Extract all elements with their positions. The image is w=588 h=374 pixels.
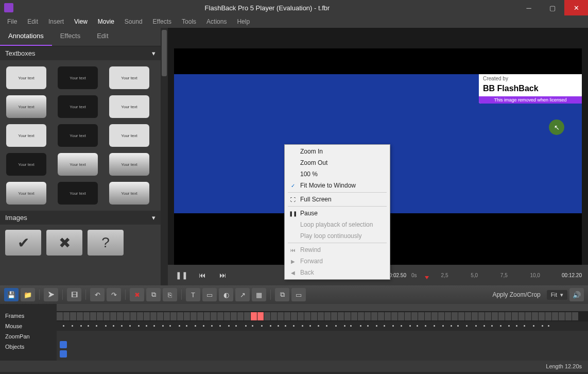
highlight-button[interactable]: ◐	[219, 288, 233, 301]
sidebar-scrollbar[interactable]	[161, 28, 168, 285]
context-menu-item[interactable]: 100 %	[286, 168, 389, 180]
text-button[interactable]: T	[186, 288, 200, 301]
menu-item-label: Back	[300, 269, 314, 276]
textbox-style[interactable]: Your text	[109, 95, 149, 118]
context-menu-item[interactable]: ⛶Full Screen	[286, 194, 389, 205]
sidebar-tabs: Annotations Effects Edit	[0, 28, 161, 46]
textbox-style[interactable]: Your text	[58, 95, 98, 118]
pause-button[interactable]: ❚❚	[174, 267, 189, 283]
track-label-mouse[interactable]: Mouse	[0, 321, 57, 332]
frames-track[interactable]	[57, 311, 588, 321]
image-question-icon[interactable]: ?	[88, 230, 124, 256]
menu-movie[interactable]: Movie	[94, 16, 118, 27]
insert-button[interactable]: ⎘	[163, 288, 177, 301]
tab-edit[interactable]: Edit	[89, 28, 116, 46]
menu-sound[interactable]: Sound	[120, 16, 147, 27]
textbox-style[interactable]: Your text	[109, 153, 149, 176]
blur-button[interactable]: ▦	[252, 288, 266, 301]
object-chip[interactable]	[60, 341, 67, 348]
close-button[interactable]: ✕	[564, 0, 588, 15]
image-cross-icon[interactable]: ✖	[46, 230, 82, 256]
textbox-style[interactable]: Your text	[6, 153, 46, 176]
scale-tick: 2,5	[441, 273, 468, 278]
playhead-marker-icon[interactable]	[425, 276, 429, 279]
accordion-textboxes-label: Textboxes	[5, 49, 36, 57]
menu-item-icon: ✓	[289, 183, 297, 189]
context-menu-item[interactable]: ✓Fit Movie to Window	[286, 180, 389, 191]
apply-zoom-crop-button[interactable]: Apply Zoom/Crop	[488, 291, 544, 298]
textbox-style[interactable]: Your text	[6, 95, 46, 118]
delete-button[interactable]: ✖	[130, 288, 144, 301]
time-scale[interactable]: 0s 2,5 5,0 7,5 10,0	[411, 270, 557, 280]
textbox-grid: Your text Your text Your text Your text …	[0, 60, 161, 211]
object-chip[interactable]	[60, 350, 67, 358]
timeline-ruler[interactable]	[57, 304, 588, 311]
menu-actions[interactable]: Actions	[202, 16, 231, 27]
track-label-zoompan[interactable]: ZoomPan	[0, 332, 57, 342]
tab-effects[interactable]: Effects	[52, 28, 89, 46]
main-toolbar: 💾 📁 ⮞ 🎞 ↶ ↷ ✖ ⧉ ⎘ T ▭ ◐ ↗ ▦ ⧉ ▭ Apply Zo…	[0, 285, 588, 304]
context-menu-item: Loop playback of selection	[286, 219, 389, 230]
menu-file[interactable]: File	[3, 16, 21, 27]
tab-annotations[interactable]: Annotations	[0, 28, 52, 46]
menu-item-label: Zoom In	[300, 148, 323, 155]
minimize-button[interactable]: ─	[517, 0, 541, 15]
menu-item-icon: ❚❚	[289, 211, 297, 216]
menu-edit[interactable]: Edit	[23, 16, 42, 27]
textbox-style[interactable]: Your text	[6, 66, 46, 89]
context-menu-item[interactable]: Zoom Out	[286, 157, 389, 168]
context-menu-item: Play loop continuously	[286, 230, 389, 242]
volume-button[interactable]: 🔊	[569, 288, 584, 301]
titlebar: FlashBack Pro 5 Player (Evaluation) - t.…	[0, 0, 588, 15]
context-menu-item[interactable]: Zoom In	[286, 146, 389, 157]
objects-track[interactable]	[57, 340, 588, 350]
textbox-style[interactable]: Your text	[109, 124, 149, 147]
context-menu-item[interactable]: ❚❚Pause	[286, 208, 389, 219]
prev-frame-button[interactable]: ⏮	[195, 267, 210, 283]
menu-tools[interactable]: Tools	[178, 16, 200, 27]
context-menu: Zoom InZoom Out100 %✓Fit Movie to Window…	[284, 144, 390, 280]
arrow-button[interactable]: ↗	[235, 288, 250, 301]
menu-help[interactable]: Help	[233, 16, 254, 27]
track-label-objects[interactable]: Objects	[0, 342, 57, 352]
export-button[interactable]: 🎞	[67, 288, 81, 301]
app-icon	[4, 3, 13, 12]
crop-button[interactable]: ⧉	[146, 288, 161, 301]
textbox-style[interactable]: Your text	[6, 182, 46, 205]
track-label-frames[interactable]: Frames	[0, 311, 57, 321]
window-title: FlashBack Pro 5 Player (Evaluation) - t.…	[18, 4, 517, 12]
image-button[interactable]: ▭	[202, 288, 217, 301]
menu-item-icon: ⏮	[289, 247, 297, 253]
watermark-license-note: This image removed when licensed	[479, 96, 582, 104]
open-button[interactable]: 📁	[21, 288, 35, 301]
menu-insert[interactable]: Insert	[44, 16, 68, 27]
textbox-style[interactable]: Your text	[109, 66, 149, 89]
context-menu-item: ▶Forward	[286, 256, 389, 267]
share-button[interactable]: ⮞	[44, 288, 58, 301]
timeline-track-labels: Frames Mouse ZoomPan Objects	[0, 304, 57, 361]
frame-button[interactable]: ▭	[291, 288, 306, 301]
textbox-style[interactable]: Your text	[58, 182, 98, 205]
undo-button[interactable]: ↶	[90, 288, 105, 301]
maximize-button[interactable]: ▢	[541, 0, 564, 15]
textbox-style[interactable]: Your text	[58, 153, 98, 176]
redo-button[interactable]: ↷	[107, 288, 121, 301]
mouse-track[interactable]	[57, 321, 588, 331]
timeline-tracks[interactable]	[57, 304, 588, 361]
image-check-icon[interactable]: ✔	[5, 230, 41, 256]
fit-dropdown[interactable]: Fit▾	[547, 290, 567, 300]
accordion-images[interactable]: Images ▾	[0, 211, 161, 225]
zoompan-track[interactable]	[57, 331, 588, 340]
textbox-style[interactable]: Your text	[6, 124, 46, 147]
next-frame-button[interactable]: ⏭	[215, 267, 231, 283]
textbox-style[interactable]: Your text	[58, 124, 98, 147]
textbox-style[interactable]: Your text	[109, 182, 149, 205]
textbox-style[interactable]: Your text	[58, 66, 98, 89]
menu-item-icon: ⛶	[289, 197, 297, 202]
copy-button[interactable]: ⧉	[275, 288, 289, 301]
menu-view[interactable]: View	[70, 16, 92, 27]
menu-effects[interactable]: Effects	[149, 16, 176, 27]
menubar: File Edit Insert View Movie Sound Effect…	[0, 15, 588, 28]
save-button[interactable]: 💾	[4, 288, 19, 301]
accordion-textboxes[interactable]: Textboxes ▾	[0, 46, 161, 60]
